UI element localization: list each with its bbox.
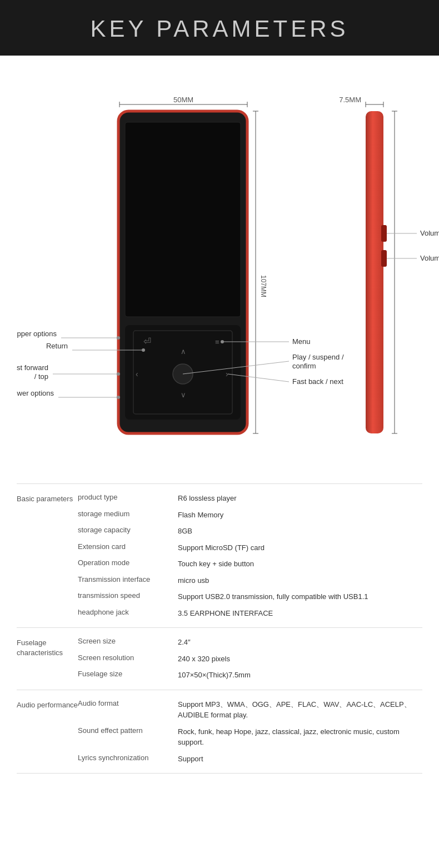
param-value: micro usb bbox=[178, 575, 422, 586]
param-key: product type bbox=[78, 493, 178, 501]
svg-text:Fast back / next: Fast back / next bbox=[292, 377, 343, 386]
svg-text:Menu: Menu bbox=[292, 337, 311, 346]
param-group-0: Basic parametersproduct typeR6 lossless … bbox=[17, 483, 422, 627]
param-key: Operation mode bbox=[78, 558, 178, 567]
svg-point-41 bbox=[117, 396, 120, 399]
svg-rect-22 bbox=[381, 250, 387, 267]
svg-text:7.5MM: 7.5MM bbox=[339, 96, 361, 104]
svg-text:/ top: / top bbox=[34, 372, 48, 381]
param-value: Support MP3、WMA、OGG、APE、FLAC、WAV、AAC-LC、… bbox=[178, 699, 422, 721]
svg-point-37 bbox=[117, 372, 120, 376]
param-key: headphone jack bbox=[78, 608, 178, 616]
param-key: Screen resolution bbox=[78, 654, 178, 662]
param-key: Transmission interface bbox=[78, 575, 178, 583]
param-key: Fuselage size bbox=[78, 670, 178, 678]
device-diagram: 50MM ⏎ ≡ ∧ ‹ › ∨ bbox=[17, 78, 422, 456]
param-key: transmission speed bbox=[78, 591, 178, 600]
param-key: Audio format bbox=[78, 699, 178, 707]
svg-text:⏎: ⏎ bbox=[143, 336, 151, 347]
param-row: headphone jack3.5 EARPHONE INTERFACE bbox=[78, 608, 422, 619]
svg-rect-21 bbox=[381, 225, 387, 242]
svg-text:∧: ∧ bbox=[181, 347, 186, 356]
param-row: Extension cardSupport MicroSD (TF) card bbox=[78, 542, 422, 553]
param-value: 2.4″ bbox=[178, 637, 422, 648]
svg-point-31 bbox=[117, 336, 120, 340]
svg-text:Upper options: Upper options bbox=[17, 330, 57, 338]
param-key: storage capacity bbox=[78, 526, 178, 534]
param-row: Fuselage size107×50×(Thick)7.5mm bbox=[78, 670, 422, 681]
svg-text:Return: Return bbox=[46, 342, 68, 350]
param-row: Screen resolution240 x 320 pixels bbox=[78, 654, 422, 665]
param-row: transmission speedSupport USB2.0 transmi… bbox=[78, 591, 422, 602]
svg-text:Play / suspend /: Play / suspend / bbox=[292, 353, 344, 361]
param-rows-container: Audio formatSupport MP3、WMA、OGG、APE、FLAC… bbox=[78, 699, 422, 765]
param-group-1: Fuselage characteristicsScreen size2.4″S… bbox=[17, 627, 422, 690]
param-row: Transmission interfacemicro usb bbox=[78, 575, 422, 586]
svg-rect-20 bbox=[366, 111, 383, 433]
svg-text:107MM: 107MM bbox=[260, 275, 267, 297]
svg-point-44 bbox=[221, 340, 224, 343]
svg-point-34 bbox=[142, 348, 145, 352]
param-row: Operation modeTouch key + side button bbox=[78, 558, 422, 570]
svg-text:≡: ≡ bbox=[215, 338, 219, 346]
param-key: Screen size bbox=[78, 637, 178, 645]
param-rows-container: product typeR6 lossless playerstorage me… bbox=[78, 493, 422, 618]
param-key: storage medium bbox=[78, 510, 178, 518]
header-section: KEY PARAMETERS bbox=[0, 0, 439, 56]
param-key: Sound effect pattern bbox=[78, 726, 178, 735]
param-row: storage mediumFlash Memory bbox=[78, 510, 422, 521]
param-value: Rock, funk, heap Hope, jazz, classical, … bbox=[178, 726, 422, 748]
param-value: 107×50×(Thick)7.5mm bbox=[178, 670, 422, 681]
param-group-2: Audio performanceAudio formatSupport MP3… bbox=[17, 690, 422, 774]
param-row: product typeR6 lossless player bbox=[78, 493, 422, 504]
param-value: R6 lossless player bbox=[178, 493, 422, 504]
param-key: Lyrics synchronization bbox=[78, 754, 178, 762]
param-category-label: Audio performance bbox=[17, 699, 78, 765]
param-value: 3.5 EARPHONE INTERFACE bbox=[178, 608, 422, 619]
param-key: Extension card bbox=[78, 542, 178, 551]
svg-text:Volume +: Volume + bbox=[420, 254, 439, 262]
param-value: 8GB bbox=[178, 526, 422, 537]
svg-text:Fast forward: Fast forward bbox=[17, 363, 48, 372]
svg-text:∨: ∨ bbox=[181, 391, 186, 399]
svg-text:50MM: 50MM bbox=[173, 96, 193, 104]
param-row: Screen size2.4″ bbox=[78, 637, 422, 648]
param-row: Audio formatSupport MP3、WMA、OGG、APE、FLAC… bbox=[78, 699, 422, 721]
param-rows-container: Screen size2.4″Screen resolution240 x 32… bbox=[78, 637, 422, 681]
param-row: Lyrics synchronizationSupport bbox=[78, 754, 422, 765]
svg-text:‹: ‹ bbox=[136, 370, 138, 378]
param-row: Sound effect patternRock, funk, heap Hop… bbox=[78, 726, 422, 748]
param-value: Touch key + side button bbox=[178, 558, 422, 570]
svg-text:Volume -: Volume - bbox=[420, 229, 439, 237]
param-category-label: Fuselage characteristics bbox=[17, 637, 78, 681]
param-row: storage capacity8GB bbox=[78, 526, 422, 537]
svg-text:confirm: confirm bbox=[292, 362, 316, 370]
param-value: Support bbox=[178, 754, 422, 765]
svg-rect-5 bbox=[125, 122, 241, 317]
param-value: Support USB2.0 transmission, fully compa… bbox=[178, 591, 422, 602]
diagram-section: 50MM ⏎ ≡ ∧ ‹ › ∨ bbox=[0, 56, 439, 467]
param-value: Flash Memory bbox=[178, 510, 422, 521]
param-category-label: Basic parameters bbox=[17, 493, 78, 618]
page-title: KEY PARAMETERS bbox=[0, 16, 439, 42]
param-value: 240 x 320 pixels bbox=[178, 654, 422, 665]
params-section: Basic parametersproduct typeR6 lossless … bbox=[0, 467, 439, 774]
param-value: Support MicroSD (TF) card bbox=[178, 542, 422, 553]
svg-text:Lower options: Lower options bbox=[17, 389, 54, 397]
